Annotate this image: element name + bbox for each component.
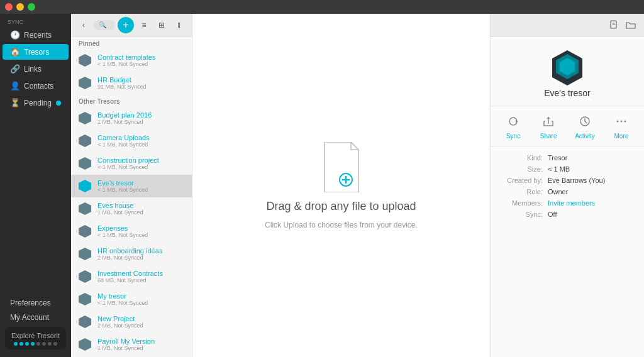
sidebar-item-contacts[interactable]: 👤 Contacts — [3, 78, 69, 94]
file-name: Camera Uploads — [97, 134, 186, 141]
pinned-section-header: Pinned — [71, 36, 192, 49]
dot-1 — [14, 342, 18, 346]
detail-value: Eve Barrows (You) — [548, 177, 634, 184]
sidebar-item-my-account[interactable]: My Account — [3, 310, 69, 324]
drag-drop-subtitle: Click Upload to choose files from your d… — [265, 221, 418, 229]
sync-label: Sync — [0, 16, 71, 26]
tresor-actions: Sync Share Activity More — [491, 106, 644, 146]
file-name: My tresor — [97, 292, 186, 300]
list-item[interactable]: Payroll My Version 1 MB, Not Synced — [71, 333, 192, 356]
list-item[interactable]: HR onboarding ideas 2 MB, Not Synced — [71, 243, 192, 265]
back-button[interactable]: ‹ — [76, 18, 91, 33]
file-info: Eve's tresor < 1 MB, Not Synced — [97, 179, 186, 193]
file-info: Eves house 1 MB, Not Synced — [97, 202, 186, 216]
list-item[interactable]: Investment Contracts 68 MB, Not Synced — [71, 265, 192, 288]
list-item[interactable]: Eve's tresor < 1 MB, Not Synced — [71, 175, 192, 197]
detail-key: Size: — [501, 165, 548, 173]
sidebar-item-links[interactable]: 🔗 Links — [3, 61, 69, 77]
contacts-icon: 👤 — [10, 81, 20, 91]
sidebar-bottom: Preferences My Account Explore Tresorit — [0, 290, 71, 357]
svg-marker-6 — [79, 202, 91, 215]
svg-marker-4 — [79, 157, 91, 170]
sidebar-item-pending[interactable]: ⏳ Pending — [3, 95, 69, 111]
file-name: HR onboarding ideas — [97, 247, 186, 255]
detail-key: Sync: — [501, 211, 548, 218]
detail-key: Role: — [501, 188, 548, 195]
svg-point-25 — [616, 121, 618, 123]
close-button[interactable] — [5, 3, 13, 11]
detail-key: Created by: — [501, 177, 548, 184]
detail-key: Kind: — [501, 154, 548, 162]
search-box[interactable]: 🔍 — [94, 20, 115, 30]
svg-marker-11 — [79, 316, 91, 328]
svg-marker-2 — [79, 112, 91, 124]
tresor-icon — [77, 111, 92, 126]
detail-row-kind: Kind: Tresor — [501, 154, 634, 162]
tresor-icon — [77, 246, 92, 261]
detail-value: Owner — [548, 188, 634, 195]
file-info: HR Budget 91 MB, Not Synced — [97, 76, 186, 90]
sidebar-item-tresors[interactable]: 🏠 Tresors — [3, 44, 69, 60]
dot-2 — [19, 342, 23, 346]
sidebar-item-preferences[interactable]: Preferences — [3, 296, 69, 310]
links-icon: 🔗 — [10, 64, 20, 74]
detail-row-members: Members: Invite members — [501, 199, 634, 207]
detail-key: Members: — [501, 199, 548, 207]
explore-banner[interactable]: Explore Tresorit — [5, 327, 66, 349]
list-item[interactable]: Budget plan 2016 1 MB, Not Synced — [71, 107, 192, 129]
activity-action[interactable]: Activity — [575, 113, 595, 140]
svg-marker-10 — [79, 293, 91, 305]
right-panel: Eve's tresor Sync Share Activity — [490, 14, 644, 357]
file-name: Payroll My Version — [97, 338, 186, 345]
list-item[interactable]: New Project 2 MB, Not Synced — [71, 310, 192, 333]
file-name: HR Budget — [97, 76, 186, 84]
more-action[interactable]: More — [613, 113, 630, 140]
file-info: HR onboarding ideas 2 MB, Not Synced — [97, 247, 186, 261]
tresors-icon: 🏠 — [10, 47, 20, 57]
file-name: New Project — [97, 315, 186, 322]
svg-marker-12 — [79, 338, 91, 351]
list-item[interactable]: Eves house 1 MB, Not Synced — [71, 197, 192, 220]
file-info: Expenses < 1 MB, Not Synced — [97, 224, 186, 238]
file-meta: 2 MB, Not Synced — [97, 255, 186, 261]
tresor-details: Kind: Tresor Size: < 1 MB Created by: Ev… — [491, 146, 644, 229]
search-input[interactable] — [109, 21, 110, 29]
list-item[interactable]: Camera Uploads < 1 MB, Not Synced — [71, 129, 192, 152]
sidebar: Sync 🕐 Recents 🏠 Tresors 🔗 Links 👤 Conta… — [0, 14, 71, 357]
share-action[interactable]: Share — [540, 113, 557, 140]
list-item[interactable]: HR Budget 91 MB, Not Synced — [71, 72, 192, 94]
new-tresor-button[interactable] — [606, 17, 623, 33]
tresor-icon — [77, 178, 92, 194]
list-item[interactable]: Contract templates < 1 MB, Not Synced — [71, 49, 192, 72]
activity-label: Activity — [575, 133, 595, 140]
minimize-button[interactable] — [16, 3, 24, 11]
file-meta: < 1 MB, Not Synced — [97, 61, 186, 67]
sidebar-spacer — [0, 111, 71, 290]
file-name: Eves house — [97, 202, 186, 209]
more-icon — [613, 113, 630, 130]
drag-drop-area[interactable]: Drag & drop any file to upload Click Upl… — [265, 142, 418, 229]
list-item[interactable]: My tresor < 1 MB, Not Synced — [71, 288, 192, 310]
sync-action[interactable]: Sync — [504, 113, 522, 140]
file-meta: 68 MB, Not Synced — [97, 277, 186, 283]
list-item[interactable]: Construction project < 1 MB, Not Synced — [71, 152, 192, 175]
upload-button[interactable]: + — [118, 17, 134, 33]
svg-marker-9 — [79, 270, 91, 283]
folder-button[interactable] — [623, 17, 639, 33]
maximize-button[interactable] — [28, 3, 35, 11]
view-columns-button[interactable]: ⫿ — [172, 18, 187, 33]
view-list-button[interactable]: ≡ — [136, 18, 152, 33]
dot-5 — [36, 342, 40, 346]
more-label: More — [614, 133, 629, 140]
file-info: My tresor < 1 MB, Not Synced — [97, 292, 186, 306]
view-grid-button[interactable]: ⊞ — [154, 18, 169, 33]
share-icon — [540, 113, 557, 130]
dot-8 — [53, 342, 57, 346]
sync-label: Sync — [506, 133, 520, 140]
invite-members-link[interactable]: Invite members — [548, 199, 634, 207]
svg-point-27 — [624, 121, 626, 123]
sidebar-item-recents[interactable]: 🕐 Recents — [3, 27, 69, 43]
list-item[interactable]: Expenses < 1 MB, Not Synced — [71, 220, 192, 243]
search-icon: 🔍 — [99, 21, 106, 28]
file-list: Pinned Contract templates < 1 MB, Not Sy… — [71, 36, 192, 357]
